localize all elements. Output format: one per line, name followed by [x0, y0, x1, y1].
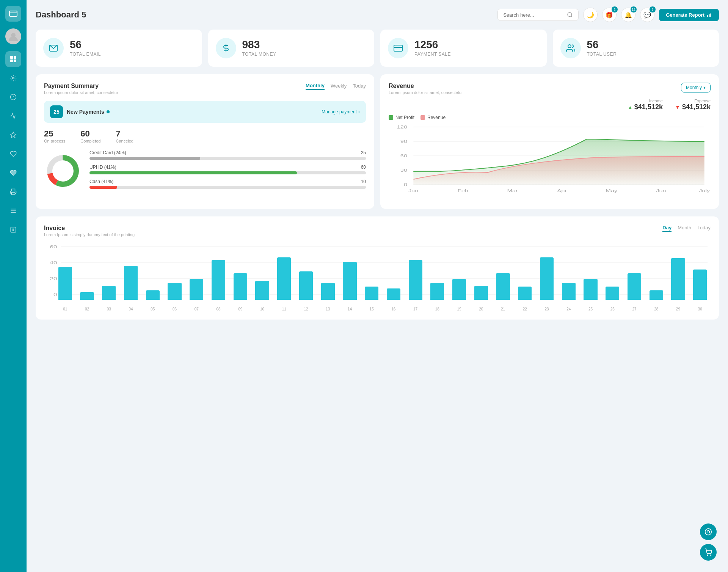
svg-text:0: 0: [404, 183, 407, 187]
invoice-subtitle: Lorem Ipsum is simply dummy text of the …: [44, 232, 135, 237]
bar[interactable]: [124, 266, 138, 300]
bar-x-label: 23: [536, 307, 557, 311]
bar-item: [55, 243, 76, 300]
bar[interactable]: [693, 270, 707, 300]
sidebar-item-dashboard[interactable]: [5, 51, 21, 67]
search-box[interactable]: [497, 9, 579, 21]
bar-x-label: 12: [295, 307, 317, 311]
bar[interactable]: [540, 257, 554, 300]
sidebar-item-settings[interactable]: [5, 70, 21, 86]
bar[interactable]: [299, 271, 313, 300]
bar-x-label: 27: [624, 307, 645, 311]
invoice-tab-today[interactable]: Today: [697, 225, 711, 232]
user-avatar[interactable]: [5, 28, 21, 44]
svg-rect-6: [14, 60, 16, 62]
user-icon: [560, 38, 581, 58]
bar[interactable]: [409, 260, 422, 300]
cart-icon: [704, 548, 712, 556]
payment-summary-subtitle: Lorem ipsum dolor sit amet, consectetur: [44, 90, 118, 95]
sidebar-item-menu[interactable]: [5, 203, 21, 219]
support-fab[interactable]: [700, 523, 717, 540]
bar[interactable]: [255, 281, 269, 300]
bar[interactable]: [212, 260, 225, 300]
sidebar-item-heart2[interactable]: [5, 165, 21, 181]
bar-x-label: 19: [449, 307, 470, 311]
stat-payment-number: 1256: [414, 39, 451, 50]
bar[interactable]: [606, 287, 619, 300]
payment-bottom: Credit Card (24%) 25 UPI ID (41%) 60: [44, 150, 366, 193]
sidebar-item-heart1[interactable]: [5, 146, 21, 162]
bar[interactable]: [365, 287, 378, 300]
bar[interactable]: [190, 279, 203, 300]
generate-report-label: Generate Report: [666, 12, 704, 18]
bar-item: [449, 243, 470, 300]
income-label: Income: [628, 99, 663, 103]
bar-x-label: 03: [98, 307, 119, 311]
bar[interactable]: [562, 283, 576, 300]
invoice-tabs: Day Month Today: [662, 225, 711, 232]
progress-credit-label: Credit Card (24%) 25: [89, 150, 366, 155]
bar[interactable]: [146, 290, 160, 300]
invoice-tab-day[interactable]: Day: [662, 225, 672, 232]
bar-item: [98, 243, 119, 300]
cart-fab[interactable]: [700, 544, 717, 561]
bar[interactable]: [671, 258, 685, 300]
stat-user-label: TOTAL USER: [587, 52, 617, 57]
bar[interactable]: [474, 286, 488, 300]
stat-card-email: 56 TOTAL EMAIL: [36, 30, 202, 67]
bar-x-label: 15: [361, 307, 382, 311]
bar-x-label: 02: [77, 307, 98, 311]
progress-list: Credit Card (24%) 25 UPI ID (41%) 60: [89, 150, 366, 193]
bar[interactable]: [343, 262, 356, 300]
generate-report-button[interactable]: Generate Report: [659, 9, 719, 21]
bar[interactable]: [321, 283, 335, 300]
bar[interactable]: [277, 257, 291, 300]
bar[interactable]: [628, 273, 641, 300]
payment-tabs: Monthly Weekly Today: [306, 83, 366, 90]
sidebar-logo[interactable]: [5, 6, 21, 22]
invoice-tab-month[interactable]: Month: [678, 225, 691, 232]
bar[interactable]: [452, 279, 466, 300]
bar[interactable]: [387, 288, 400, 300]
gift-badge: 2: [612, 6, 618, 13]
bar[interactable]: [168, 283, 181, 300]
bar-item: [317, 243, 339, 300]
gift-button[interactable]: 🎁 2: [602, 8, 617, 22]
dark-mode-button[interactable]: 🌙: [583, 8, 598, 22]
svg-marker-11: [11, 132, 16, 138]
revenue-dot: [420, 115, 425, 120]
sidebar-item-info[interactable]: [5, 89, 21, 105]
bar-x-label: 20: [471, 307, 492, 311]
bar-x-label: 07: [186, 307, 207, 311]
revenue-monthly-label: Monthly: [686, 85, 702, 90]
income-trend-icon: ▲: [628, 104, 633, 110]
bar[interactable]: [58, 267, 72, 300]
bar[interactable]: [80, 292, 94, 300]
notification-button[interactable]: 🔔 12: [621, 8, 635, 22]
bar[interactable]: [650, 290, 663, 300]
invoice-header: Invoice Lorem Ipsum is simply dummy text…: [44, 225, 711, 237]
tab-monthly[interactable]: Monthly: [306, 83, 325, 90]
svg-text:May: May: [606, 189, 617, 193]
bar[interactable]: [584, 279, 597, 300]
svg-point-33: [53, 161, 73, 181]
tab-today[interactable]: Today: [353, 83, 366, 89]
sidebar-item-favorites[interactable]: [5, 127, 21, 143]
manage-payment-link[interactable]: Manage payment ›: [322, 109, 360, 114]
sidebar-item-print[interactable]: [5, 184, 21, 200]
bar[interactable]: [430, 283, 444, 300]
bar[interactable]: [102, 286, 116, 300]
tab-weekly[interactable]: Weekly: [331, 83, 347, 89]
sidebar-item-analytics[interactable]: [5, 108, 21, 124]
chat-button[interactable]: 💬 5: [640, 8, 654, 22]
revenue-monthly-button[interactable]: Monthly ▾: [681, 83, 711, 92]
bar[interactable]: [234, 273, 247, 300]
bar-x-label: 10: [252, 307, 273, 311]
svg-point-20: [568, 13, 572, 17]
sidebar-item-list[interactable]: [5, 222, 21, 238]
bar-x-label: 21: [493, 307, 514, 311]
svg-point-7: [13, 77, 14, 79]
bar[interactable]: [518, 287, 532, 300]
search-input[interactable]: [503, 12, 564, 18]
bar[interactable]: [496, 273, 510, 300]
